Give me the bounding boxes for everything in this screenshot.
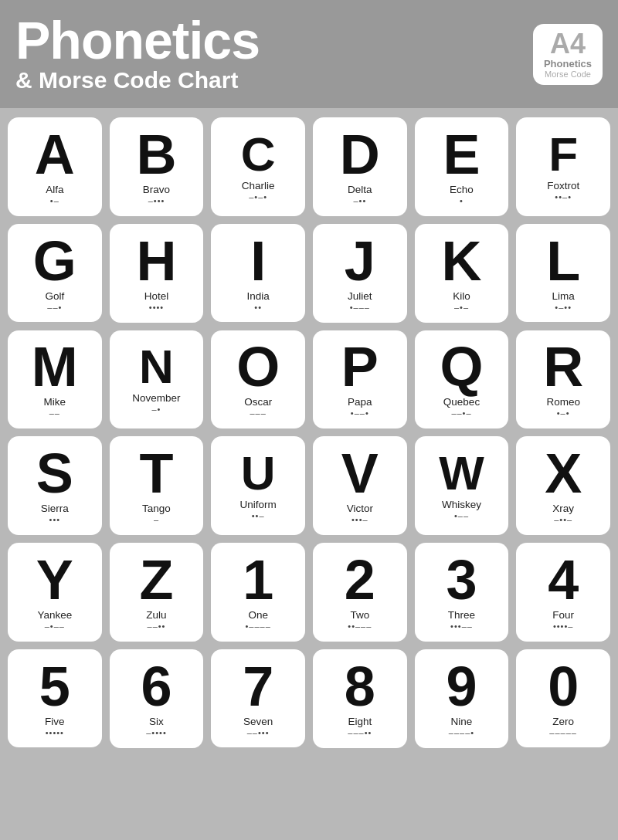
card-delta: DDelta–•• — [313, 117, 407, 216]
card-word: November — [132, 392, 180, 404]
card-letter: I — [250, 233, 266, 289]
card-foxtrot: FFoxtrot••–• — [516, 117, 610, 216]
card-zero: 0Zero––––– — [516, 649, 610, 748]
card-letter: G — [33, 233, 76, 289]
card-word: Nine — [451, 716, 473, 727]
card-word: Foxtrot — [547, 180, 579, 191]
card-zulu: ZZulu––•• — [110, 543, 204, 642]
card-letter: T — [140, 445, 174, 501]
card-letter: K — [441, 233, 481, 289]
card-word: Kilo — [453, 290, 470, 302]
title-big: Phonetics — [15, 14, 260, 66]
card-four: 4Four••••– — [516, 543, 610, 642]
card-xray: XXray–••– — [516, 436, 610, 535]
card-oscar: OOscar––– — [211, 330, 305, 429]
card-hotel: HHotel•••• — [110, 224, 204, 323]
card-morse: ––––– — [549, 728, 577, 737]
card-word: One — [248, 609, 268, 621]
card-letter: 3 — [446, 552, 477, 608]
card-november: NNovember–• — [110, 330, 204, 429]
card-morse: •••–– — [450, 622, 473, 631]
card-letter: 1 — [243, 552, 273, 608]
card-morse: • — [460, 196, 464, 205]
card-word: Seven — [243, 716, 273, 727]
card-letter: Q — [440, 339, 483, 395]
card-letter: 4 — [548, 552, 579, 608]
card-nine: 9Nine––––• — [415, 649, 509, 748]
card-morse: –––•• — [348, 728, 372, 737]
card-word: Two — [350, 609, 369, 621]
card-letter: 2 — [345, 552, 375, 608]
card-morse: •••– — [351, 515, 368, 524]
card-word: Three — [448, 609, 475, 621]
card-word: Echo — [450, 184, 474, 195]
card-word: Quebec — [443, 396, 480, 408]
card-morse: –• — [152, 405, 161, 414]
card-quebec: QQuebec––•– — [415, 330, 509, 429]
card-morse: ––– — [250, 408, 266, 418]
card-morse: –•••• — [146, 728, 167, 737]
card-word: Delta — [348, 184, 372, 195]
card-letter: J — [345, 233, 375, 289]
card-alfa: AAlfa•– — [8, 117, 102, 216]
card-morse: ––• — [47, 303, 62, 312]
card-letter: P — [341, 339, 379, 395]
card-romeo: RRomeo•–• — [516, 330, 610, 429]
card-letter: E — [443, 127, 480, 182]
card-letter: 9 — [446, 659, 477, 714]
card-morse: ••–• — [555, 192, 572, 202]
card-letter: H — [136, 233, 176, 289]
card-word: Charlie — [242, 180, 275, 191]
card-morse: –•• — [353, 196, 366, 205]
card-letter: F — [548, 130, 578, 178]
card-word: Sierra — [41, 503, 69, 514]
card-seven: 7Seven––••• — [211, 649, 305, 748]
card-one: 1One•–––– — [211, 543, 305, 642]
card-letter: R — [543, 339, 583, 395]
card-letter: S — [36, 445, 73, 501]
badge-a4: A4 — [542, 30, 593, 58]
card-morse: ––––• — [449, 728, 474, 737]
card-word: Bravo — [143, 184, 170, 195]
card-word: Zulu — [146, 609, 166, 621]
card-word: Zero — [552, 716, 574, 727]
card-morse: •–• — [557, 408, 570, 418]
card-morse: •–•• — [555, 303, 572, 312]
card-morse: ••• — [49, 515, 61, 524]
card-charlie: CCharlie–•–• — [211, 117, 305, 216]
card-morse: –••– — [554, 515, 572, 524]
card-letter: O — [236, 339, 280, 395]
card-letter: Z — [140, 552, 174, 608]
header: Phonetics & Morse Code Chart A4 Phonetic… — [0, 0, 618, 108]
card-word: Papa — [348, 396, 372, 408]
card-word: Lima — [552, 290, 575, 302]
card-bravo: BBravo–••• — [110, 117, 204, 216]
card-letter: N — [139, 343, 174, 391]
card-morse: ––•• — [148, 622, 166, 631]
badge-morse: Morse Code — [542, 69, 593, 79]
header-badge: A4 Phonetics Morse Code — [533, 24, 603, 85]
card-word: Romeo — [546, 396, 580, 408]
card-tango: TTango– — [110, 436, 204, 535]
card-letter: A — [35, 127, 75, 182]
card-morse: –•– — [454, 303, 469, 312]
card-morse: –– — [49, 408, 60, 418]
card-letter: M — [32, 339, 78, 395]
card-word: Golf — [45, 290, 64, 302]
card-word: Xray — [552, 503, 574, 514]
card-word: Whiskey — [442, 499, 481, 510]
card-letter: 6 — [141, 659, 171, 714]
card-letter: Y — [36, 552, 73, 608]
card-morse: •• — [254, 303, 262, 312]
card-morse: – — [154, 515, 159, 524]
card-whiskey: WWhiskey•–– — [415, 436, 509, 535]
card-mike: MMike–– — [8, 330, 102, 429]
card-word: Mike — [44, 396, 66, 408]
card-morse: ••••– — [553, 622, 574, 631]
card-letter: 5 — [39, 659, 70, 714]
card-six: 6Six–•••• — [110, 649, 204, 748]
card-five: 5Five••••• — [8, 649, 102, 748]
card-letter: X — [545, 445, 582, 501]
card-morse: ••––– — [348, 622, 372, 631]
card-word: Eight — [348, 716, 372, 727]
